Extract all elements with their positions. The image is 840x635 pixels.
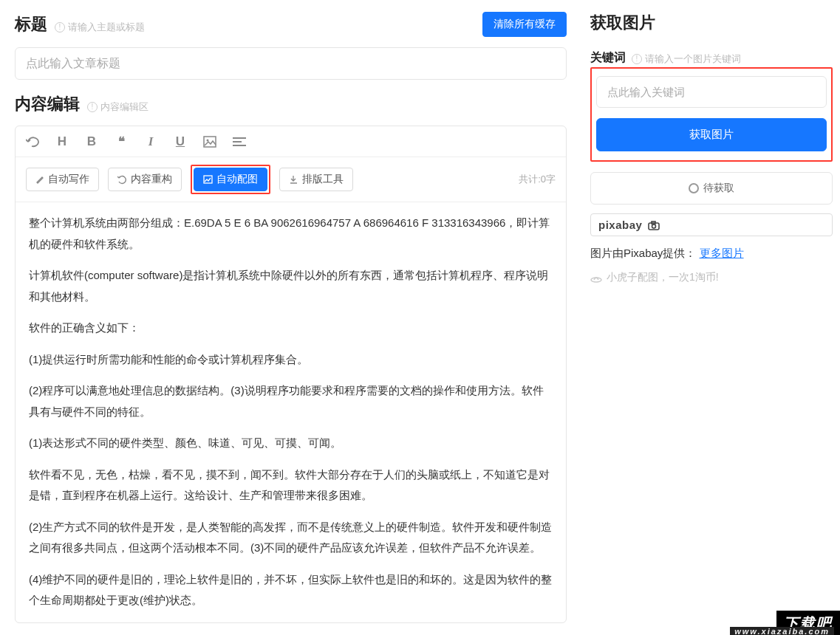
sidebar: 获取图片 关键词 ! 请输入一个图片关键词 获取图片 待获取 pixabay 图…: [581, 0, 840, 635]
section-title: 标题: [15, 13, 47, 35]
layout-tool-button[interactable]: 排版工具: [279, 168, 353, 191]
editor-box: H B ❝ I U 自动写作 内容重构: [15, 126, 567, 623]
action-toolbar: 自动写作 内容重构 自动配图 排版工具 共计:0字: [16, 157, 566, 202]
section-title: 内容编辑: [15, 93, 80, 115]
paragraph: (1)提供运行时所需功能和性能的命令或计算机程序集合。: [29, 349, 553, 371]
content-edit-header: 内容编辑 ! 内容编辑区: [15, 93, 567, 115]
paragraph: 软件看不见，无色，枯燥，看不见，摸不到，闻不到。软件大部分存在于人们的头脑或纸上…: [29, 464, 553, 507]
keyword-hint: ! 请输入一个图片关键词: [632, 52, 741, 66]
circle-icon: [689, 183, 699, 193]
keyword-highlight-box: 获取图片: [590, 67, 833, 162]
align-left-icon[interactable]: [233, 137, 246, 147]
auto-write-button[interactable]: 自动写作: [26, 168, 99, 191]
pending-status: 待获取: [590, 172, 833, 205]
keyword-label: 关键词: [590, 50, 626, 66]
italic-icon[interactable]: I: [144, 134, 157, 149]
image-icon[interactable]: [203, 136, 216, 148]
svg-point-9: [591, 278, 601, 282]
content-hint: ! 内容编辑区: [87, 100, 148, 114]
paragraph: 整个计算机系统由两部分组成：E.69DA 5 E 6 BA 9062616964…: [29, 213, 553, 255]
article-title-input[interactable]: [15, 47, 567, 80]
restructure-button[interactable]: 内容重构: [108, 168, 182, 191]
image-credit: 图片由Pixabay提供： 更多图片: [590, 247, 833, 261]
sidebar-title: 获取图片: [590, 12, 833, 34]
paragraph: (4)维护不同的硬件是旧的，理论上软件是旧的，并不坏，但实际上软件也是旧的和坏的…: [29, 569, 553, 611]
paragraph: 软件的正确含义如下：: [29, 318, 553, 339]
main-panel: 标题 ! 请输入主题或标题 清除所有缓存 内容编辑 ! 内容编辑区 H: [0, 0, 581, 635]
auto-image-button[interactable]: 自动配图: [194, 168, 267, 191]
quote-icon[interactable]: ❝: [115, 134, 128, 149]
title-hint: ! 请输入主题或标题: [55, 21, 145, 34]
watermark: 下载吧 www.xiazaiba.com: [776, 611, 840, 635]
undo-icon[interactable]: [26, 136, 39, 148]
clear-cache-button[interactable]: 清除所有缓存: [482, 12, 567, 37]
keyword-input[interactable]: [596, 76, 827, 108]
svg-point-8: [652, 224, 656, 228]
info-icon: !: [87, 102, 98, 112]
info-icon: !: [55, 22, 65, 32]
svg-rect-5: [204, 176, 212, 183]
title-header-row: 标题 ! 请输入主题或标题 清除所有缓存: [15, 12, 567, 37]
underline-icon[interactable]: U: [174, 134, 187, 149]
footer-note: 小虎子配图，一次1淘币!: [590, 271, 833, 284]
more-images-link[interactable]: 更多图片: [700, 247, 744, 259]
paragraph: (2)程序可以满意地处理信息的数据结构。(3)说明程序功能要求和程序需要的文档的…: [29, 380, 553, 422]
pixabay-badge: pixabay: [590, 213, 833, 236]
editor-content[interactable]: 整个计算机系统由两部分组成：E.69DA 5 E 6 BA 9062616964…: [16, 202, 566, 622]
format-toolbar: H B ❝ I U: [16, 126, 566, 157]
word-count: 共计:0字: [519, 173, 556, 186]
fetch-image-button[interactable]: 获取图片: [596, 118, 827, 151]
heading-icon[interactable]: H: [55, 134, 69, 149]
bold-icon[interactable]: B: [85, 134, 98, 149]
info-icon: !: [632, 54, 642, 64]
paragraph: (1)表达形式不同的硬件类型、颜色、味道、可见、可摸、可闻。: [29, 433, 553, 454]
auto-image-highlight: 自动配图: [191, 165, 270, 194]
paragraph: 计算机软件(computer software)是指计算机系统中除硬件以外的所有…: [29, 265, 553, 307]
paragraph: (2)生产方式不同的软件是开发，是人类智能的高发挥，而不是传统意义上的硬件制造。…: [29, 517, 553, 559]
